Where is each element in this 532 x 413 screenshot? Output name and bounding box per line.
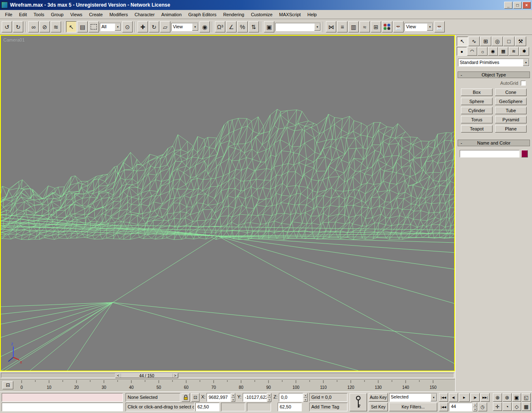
angle-snap-toggle-icon[interactable]: ∠ — [226, 21, 236, 32]
set-key-button[interactable]: Set Key — [369, 403, 388, 411]
zoom-all-icon[interactable]: ⊛ — [502, 393, 512, 402]
select-and-scale-icon[interactable]: ▱ — [160, 21, 170, 32]
undo-icon[interactable]: ↺ — [2, 21, 12, 32]
category-helpers[interactable]: ▦ — [498, 47, 508, 56]
category-geometry[interactable]: ● — [457, 47, 467, 56]
render-scene-icon[interactable]: ☕ — [393, 21, 404, 32]
go-to-end-button[interactable]: ▶▶| — [480, 393, 490, 402]
percent-snap-toggle-icon[interactable]: % — [237, 21, 248, 32]
object-name-input[interactable] — [460, 150, 520, 157]
reference-coordinate-system-dropdown[interactable]: View▼ — [171, 23, 199, 31]
material-editor-icon[interactable] — [382, 21, 392, 32]
previous-frame-button[interactable]: ◀| — [449, 393, 458, 402]
time-slider-thumb[interactable]: < 44 / 150 > — [115, 373, 178, 378]
menu-item-customize[interactable]: Customize — [248, 11, 276, 18]
next-frame-arrow[interactable]: > — [172, 374, 178, 378]
track-bar-field[interactable] — [247, 403, 271, 411]
align-icon[interactable]: ≡ — [337, 21, 347, 32]
set-key-icon[interactable] — [350, 393, 367, 411]
select-and-link-icon[interactable]: ∞ — [28, 21, 39, 32]
maxscript-listener-row[interactable] — [2, 403, 123, 411]
chevron-down-icon[interactable]: ▼ — [523, 59, 529, 66]
named-selection-sets-dropdown[interactable]: ▼ — [275, 23, 321, 31]
x-spinner[interactable]: ▴▾ — [231, 393, 235, 402]
menu-item-animation[interactable]: Animation — [158, 11, 185, 18]
maxscript-listener-macro-row[interactable] — [2, 393, 123, 402]
min-max-toggle-icon[interactable]: ▦ — [522, 402, 531, 411]
edit-named-selection-sets-icon[interactable]: ▣ — [264, 21, 274, 32]
chevron-down-icon[interactable]: ▼ — [427, 23, 433, 31]
menu-item-character[interactable]: Character — [131, 11, 158, 18]
object-type-cylinder[interactable]: Cylinder — [461, 107, 493, 114]
tab-utilities[interactable]: ⚒ — [515, 37, 526, 46]
track-bar-field[interactable]: 62,50 — [195, 403, 219, 411]
track-bar-field[interactable]: 62,50 — [278, 403, 302, 411]
time-configuration-button[interactable]: ◷ — [478, 403, 487, 411]
menu-item-views[interactable]: Views — [67, 11, 86, 18]
object-type-pyramid[interactable]: Pyramid — [495, 116, 527, 123]
next-frame-button[interactable]: |▶ — [470, 393, 480, 402]
field-of-view-icon[interactable]: ◇ — [512, 402, 521, 411]
object-type-tube[interactable]: Tube — [495, 107, 527, 114]
previous-frame-arrow[interactable]: < — [116, 374, 121, 378]
layer-manager-icon[interactable]: ▥ — [348, 21, 359, 32]
viewport-canvas[interactable] — [1, 36, 454, 371]
zoom-extents-icon[interactable]: ▣ — [512, 393, 521, 402]
viewport-label[interactable]: Camera01 — [3, 37, 25, 42]
object-type-geosphere[interactable]: GeoSphere — [495, 98, 527, 105]
key-mode-toggle-button[interactable]: |◀◀ — [439, 403, 448, 411]
name-color-rollout-header[interactable]: - Name and Color — [458, 140, 530, 146]
play-button[interactable]: ▶ — [459, 393, 470, 402]
redo-icon[interactable]: ↻ — [13, 21, 23, 32]
menu-item-tools[interactable]: Tools — [30, 11, 48, 18]
window-crossing-toggle-icon[interactable]: ⊙ — [122, 21, 133, 32]
select-object-icon[interactable]: ↖ — [66, 21, 76, 32]
object-type-rollout-header[interactable]: - Object Type — [458, 71, 530, 78]
z-spinner[interactable]: ▴▾ — [303, 393, 308, 402]
object-type-sphere[interactable]: Sphere — [461, 98, 493, 105]
menu-item-create[interactable]: Create — [86, 11, 106, 18]
selection-filter-dropdown[interactable]: All▼ — [100, 23, 121, 31]
quick-render-icon[interactable]: ☕ — [434, 21, 445, 32]
current-frame-field[interactable]: 44 — [449, 403, 472, 411]
primitive-class-dropdown[interactable]: Standard Primitives ▼ — [458, 59, 530, 66]
object-color-swatch[interactable] — [521, 150, 528, 157]
track-bar-field[interactable] — [221, 403, 245, 411]
menu-item-modifiers[interactable]: Modifiers — [106, 11, 131, 18]
object-type-box[interactable]: Box — [461, 88, 493, 96]
close-button[interactable]: × — [522, 2, 531, 9]
object-type-cone[interactable]: Cone — [495, 88, 527, 96]
tab-create[interactable]: ↖ — [457, 37, 468, 46]
menu-item-maxscript[interactable]: MAXScript — [276, 11, 304, 18]
category-cameras[interactable]: ◉ — [488, 47, 498, 56]
auto-key-button[interactable]: Auto Key — [369, 393, 388, 402]
key-filters-button[interactable]: Key Filters... — [389, 403, 437, 411]
menu-item-help[interactable]: Help — [304, 11, 320, 18]
select-and-rotate-icon[interactable]: ↻ — [149, 21, 159, 32]
snap-toggle-3d-icon[interactable]: Ω³ — [215, 21, 225, 32]
arc-rotate-icon[interactable]: ◔ — [502, 402, 512, 411]
key-selection-dropdown[interactable]: Selected ▼ — [389, 393, 437, 402]
minimize-button[interactable]: _ — [504, 2, 512, 9]
menu-item-file[interactable]: File — [2, 11, 16, 18]
category-shapes[interactable]: ◠ — [467, 47, 477, 56]
chevron-down-icon[interactable]: ▼ — [115, 23, 121, 31]
x-coordinate-field[interactable]: 9682,997 — [207, 393, 231, 402]
chevron-down-icon[interactable]: ▼ — [431, 393, 437, 401]
bind-to-space-warp-icon[interactable]: ≋ — [51, 21, 61, 32]
use-pivot-point-icon[interactable]: ◉ — [200, 21, 210, 32]
y-spinner[interactable]: ▴▾ — [267, 393, 271, 402]
tab-motion[interactable]: ◎ — [492, 37, 503, 46]
chevron-down-icon[interactable]: ▼ — [314, 23, 320, 31]
select-by-name-icon[interactable]: ▤ — [77, 21, 88, 32]
menu-item-group[interactable]: Group — [47, 11, 67, 18]
object-type-teapot[interactable]: Teapot — [461, 125, 493, 133]
tab-display[interactable]: □ — [503, 37, 515, 46]
open-mini-curve-editor-button[interactable]: ⊟ — [2, 381, 13, 389]
select-and-move-icon[interactable]: ✚ — [138, 21, 148, 32]
schematic-view-icon[interactable]: ⊞ — [371, 21, 381, 32]
menu-item-edit[interactable]: Edit — [16, 11, 30, 18]
frame-spinner[interactable]: ▴▾ — [473, 403, 477, 411]
y-coordinate-field[interactable]: -10127,622 — [243, 393, 267, 402]
absolute-mode-toggle-icon[interactable]: ⊡ — [191, 393, 200, 402]
